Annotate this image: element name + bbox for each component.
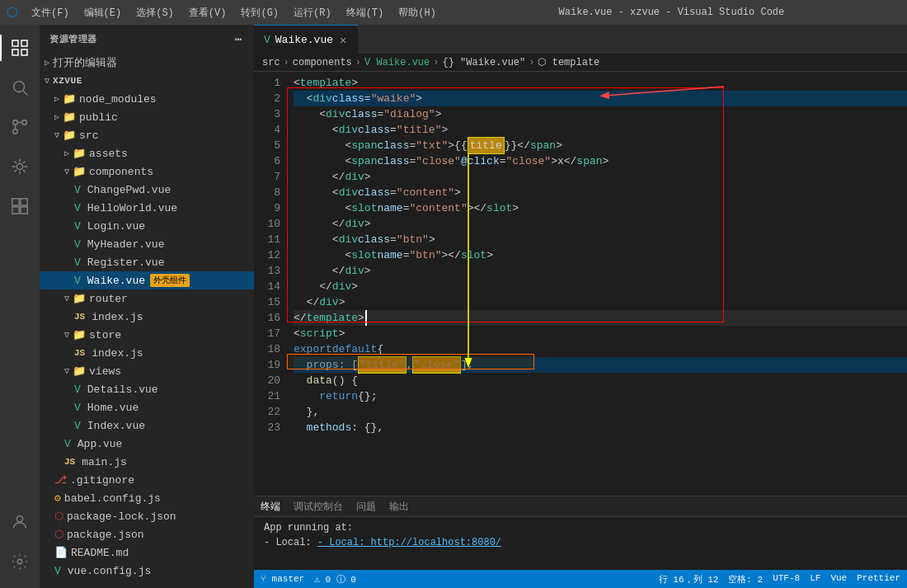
root-folder[interactable]: ▽ XZVUE bbox=[40, 72, 254, 90]
folder-icon: 📁 bbox=[63, 129, 76, 142]
svg-rect-8 bbox=[12, 199, 19, 205]
app-item[interactable]: V App.vue bbox=[40, 435, 254, 453]
activity-account[interactable] bbox=[0, 502, 40, 542]
terminal-tab-output[interactable]: 输出 bbox=[389, 500, 409, 514]
folder-icon: 📁 bbox=[73, 328, 86, 341]
tab-close-button[interactable]: ✕ bbox=[338, 32, 348, 48]
expand-arrow: ▷ bbox=[45, 58, 49, 68]
open-editors-section[interactable]: ▷ 打开的编辑器 bbox=[40, 54, 254, 72]
menu-goto[interactable]: 转到(G) bbox=[234, 4, 285, 21]
js-icon: JS bbox=[74, 312, 85, 322]
npm-icon: ⬡ bbox=[54, 510, 63, 523]
package-json-item[interactable]: ⬡ package.json bbox=[40, 525, 254, 543]
index-view-item[interactable]: V Index.vue bbox=[40, 416, 254, 435]
babel-item[interactable]: ⚙ babel.config.js bbox=[40, 489, 254, 507]
status-indent[interactable]: 空格: 2 bbox=[728, 573, 763, 586]
code-line-1: <template> bbox=[294, 75, 907, 91]
activity-settings[interactable] bbox=[0, 542, 40, 581]
myheader-item[interactable]: V MyHeader.vue bbox=[40, 235, 254, 253]
menu-run[interactable]: 运行(R) bbox=[287, 4, 338, 21]
node-modules-item[interactable]: ▷ 📁 node_modules bbox=[40, 90, 254, 108]
details-item[interactable]: V Details.vue bbox=[40, 380, 254, 398]
menu-view[interactable]: 查看(V) bbox=[182, 4, 233, 21]
breadcrumb-src[interactable]: src bbox=[262, 57, 280, 68]
register-item[interactable]: V Register.vue bbox=[40, 253, 254, 271]
home-item[interactable]: V Home.vue bbox=[40, 398, 254, 416]
activity-source-control[interactable] bbox=[0, 107, 40, 147]
code-line-10: </div> bbox=[294, 216, 907, 232]
terminal-tab-problems[interactable]: 问题 bbox=[356, 500, 376, 514]
activity-search[interactable] bbox=[0, 68, 40, 107]
menu-terminal[interactable]: 终端(T) bbox=[340, 4, 391, 21]
code-line-14: </div> bbox=[294, 279, 907, 294]
login-item[interactable]: V Login.vue bbox=[40, 217, 254, 235]
terminal-tab-terminal[interactable]: 终端 bbox=[261, 500, 280, 514]
gitignore-item[interactable]: ⎇ .gitignore bbox=[40, 471, 254, 489]
terminal-tabs[interactable]: 终端 调试控制台 问题 输出 bbox=[254, 496, 907, 517]
sidebar-header-icons[interactable]: ⋯ bbox=[233, 31, 244, 48]
vue-icon: V bbox=[74, 275, 81, 287]
menu-select[interactable]: 选择(S) bbox=[129, 4, 181, 21]
readme-icon: 📄 bbox=[54, 546, 68, 559]
code-lines[interactable]: <template> <div class="waike"> <div clas… bbox=[287, 72, 907, 496]
activity-explorer[interactable] bbox=[0, 28, 40, 68]
activity-extensions[interactable] bbox=[0, 186, 40, 226]
menu-bar[interactable]: 文件(F) 编辑(E) 选择(S) 查看(V) 转到(G) 运行(R) 终端(T… bbox=[25, 4, 443, 21]
store-index-item[interactable]: JS index.js bbox=[40, 344, 254, 362]
folder-icon: 📁 bbox=[73, 292, 86, 305]
vue-icon: V bbox=[74, 256, 81, 269]
waike-item[interactable]: V Waike.vue 外壳组件 bbox=[40, 271, 254, 289]
status-encoding[interactable]: UTF-8 bbox=[773, 573, 800, 586]
vue-icon: V bbox=[74, 383, 81, 396]
status-position[interactable]: 行 16，列 12 bbox=[659, 573, 719, 586]
menu-edit[interactable]: 编辑(E) bbox=[78, 4, 129, 21]
git-icon: ⎇ bbox=[54, 473, 67, 487]
terminal-url[interactable]: - Local: http://localhost:8080/ bbox=[317, 537, 501, 548]
menu-help[interactable]: 帮助(H) bbox=[392, 4, 443, 21]
breadcrumb-scope[interactable]: {} "Waike.vue" bbox=[442, 57, 525, 68]
src-item[interactable]: ▽ 📁 src bbox=[40, 126, 254, 144]
activity-debug[interactable] bbox=[0, 147, 40, 186]
helloworld-item[interactable]: V HelloWorld.vue bbox=[40, 199, 254, 217]
svg-line-1 bbox=[23, 91, 27, 95]
assets-item[interactable]: ▷ 📁 assets bbox=[40, 144, 254, 162]
terminal-tab-debug[interactable]: 调试控制台 bbox=[294, 500, 343, 514]
babel-icon: ⚙ bbox=[54, 492, 61, 505]
folder-icon: 📁 bbox=[73, 165, 86, 178]
store-item[interactable]: ▽ 📁 store bbox=[40, 326, 254, 344]
status-eol[interactable]: LF bbox=[810, 573, 820, 586]
breadcrumb-file[interactable]: V Waike.vue bbox=[364, 57, 430, 68]
components-item[interactable]: ▽ 📁 components bbox=[40, 162, 254, 181]
status-branch[interactable]: ⑂ master bbox=[261, 574, 304, 584]
code-line-17: <script> bbox=[294, 326, 907, 341]
vue-icon: V bbox=[74, 402, 81, 414]
status-errors[interactable]: ⚠ 0 ⓘ 0 bbox=[314, 573, 356, 586]
main-js-item[interactable]: JS main.js bbox=[40, 453, 254, 471]
code-line-3: <div class="dialog"> bbox=[294, 106, 907, 122]
breadcrumb-components[interactable]: components bbox=[293, 57, 352, 68]
svg-point-12 bbox=[16, 516, 22, 522]
router-index-item[interactable]: JS index.js bbox=[40, 308, 254, 326]
terminal-area: 终端 调试控制台 问题 输出 App running at: - Local: … bbox=[254, 496, 907, 570]
code-line-22: }, bbox=[294, 404, 907, 420]
public-item[interactable]: ▷ 📁 public bbox=[40, 108, 254, 126]
views-item[interactable]: ▽ 📁 views bbox=[40, 362, 254, 380]
code-line-13: </div> bbox=[294, 263, 907, 279]
vue-config-item[interactable]: V vue.config.js bbox=[40, 562, 254, 580]
code-editor[interactable]: 12345 678910 1112131415 1617181920 21222… bbox=[254, 72, 907, 496]
breadcrumb-template[interactable]: ⬡ template bbox=[538, 56, 599, 68]
router-item[interactable]: ▽ 📁 router bbox=[40, 289, 254, 308]
package-lock-item[interactable]: ⬡ package-lock.json bbox=[40, 507, 254, 525]
changepwd-item[interactable]: V ChangePwd.vue bbox=[40, 181, 254, 199]
code-line-5: <span class="txt">{{ title }}</span> bbox=[294, 138, 907, 153]
folder-icon: 📁 bbox=[63, 111, 76, 124]
menu-file[interactable]: 文件(F) bbox=[25, 4, 76, 21]
readme-item[interactable]: 📄 README.md bbox=[40, 543, 254, 562]
editor-tab-waike[interactable]: V Waike.vue ✕ bbox=[254, 25, 358, 54]
code-line-15: </div> bbox=[294, 294, 907, 310]
status-language[interactable]: Vue bbox=[830, 573, 847, 586]
npm-icon: ⬡ bbox=[54, 528, 63, 541]
status-formatter[interactable]: Prettier bbox=[857, 573, 900, 586]
vue-icon: V bbox=[74, 184, 81, 196]
new-file-icon[interactable]: ⋯ bbox=[233, 31, 244, 48]
